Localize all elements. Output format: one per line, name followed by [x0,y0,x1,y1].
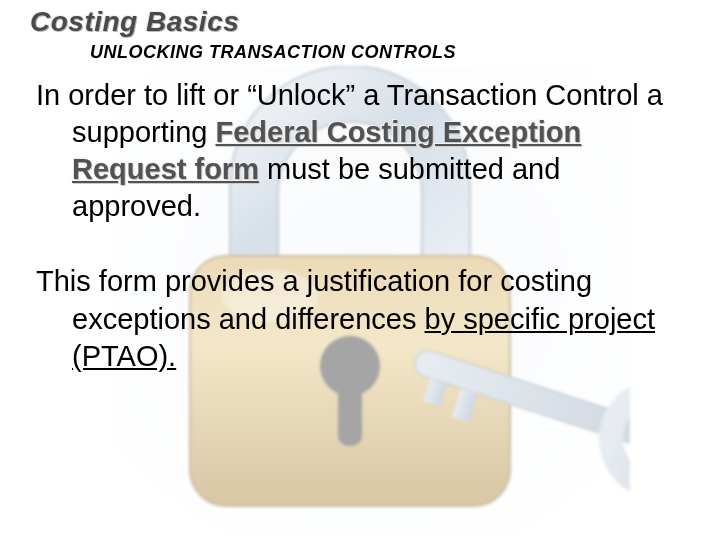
paragraph-1: In order to lift or “Unlock” a Transacti… [36,77,684,225]
paragraph-2: This form provides a justification for c… [36,263,684,374]
content-area: Costing Basics UNLOCKING TRANSACTION CON… [0,6,720,375]
svg-rect-3 [338,376,362,446]
slide: Costing Basics UNLOCKING TRANSACTION CON… [0,6,720,540]
slide-title: Costing Basics [30,6,690,38]
slide-subtitle: UNLOCKING TRANSACTION CONTROLS [90,42,690,63]
